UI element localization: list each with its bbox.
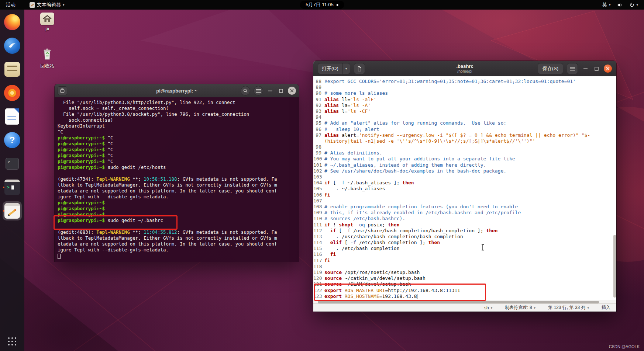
terminal-line: (gedit:4734): Tepl-WARNING **: 10:58:51.… [58,176,296,182]
minimize-button[interactable] [266,87,274,94]
code-line[interactable]: 99# Alias definitions. [313,150,616,156]
code-line[interactable]: 108# enable programmable completion feat… [313,204,616,210]
app-menu[interactable]: 文本编辑器 ▾ [27,0,67,10]
terminal-line: pi@raspberrypi:~$ ^C [58,135,296,141]
open-button[interactable]: 打开(O) ▾ [318,63,350,74]
close-icon [290,89,294,93]
terminal-line: pi@raspberrypi:~$ ^C [58,159,296,164]
volume-button[interactable] [615,0,625,10]
cursor-position-dropdown[interactable]: 第 123 行, 第 33 列▾ [548,305,589,311]
dock-item-text-editor[interactable] [3,201,22,220]
chevron-down-icon: ▾ [636,3,638,7]
dock-item-libreoffice[interactable] [3,107,22,126]
chevron-down-icon: ▾ [534,306,536,310]
watermark: CSDN @AGOLK [609,344,640,349]
code-line[interactable]: 107 [313,198,616,204]
menu-button[interactable] [254,86,263,95]
code-line[interactable]: 103 [313,174,616,180]
libreoffice-icon [5,108,19,125]
desktop-icon-trash[interactable]: 回收站 [35,48,60,69]
maximize-button[interactable] [277,87,285,94]
terminal-line: pi@raspberrypi:~$ [58,200,296,206]
code-line[interactable]: 88#export GCC_COLORS='error=01;31:warnin… [313,79,616,84]
terminal-line: pi@raspberrypi:~$ sudo gedit /etc/hosts [58,164,296,170]
code-line[interactable]: 112 if [ -f /usr/share/bash-completion/b… [313,228,616,234]
code-line[interactable]: 91alias ll='ls -alF' [313,97,616,102]
code-line[interactable]: 113 . /usr/share/bash-completion/bash_co… [313,234,616,240]
activities-button[interactable]: 活动 [4,0,18,10]
desktop-icon-label: pi [45,26,49,31]
dock-item-media-player[interactable] [3,83,22,102]
tab-width-dropdown[interactable]: 制表符宽度: 8▾ [505,305,535,311]
dock-item-help[interactable] [3,131,22,150]
code-line[interactable]: 94 [313,114,616,120]
show-apps-button[interactable] [3,333,22,350]
terminal-line: sock.connect(sa) [58,117,296,123]
code-line[interactable]: 96# sleep 10; alert [313,126,616,132]
code-line[interactable]: 92alias la='ls -A' [313,102,616,108]
vertical-scrollbar[interactable] [613,76,616,300]
code-line[interactable]: 97alias alert='notify-send --urgency=low… [313,132,616,138]
power-button[interactable]: ▾ [627,0,640,10]
open-dropdown-button[interactable]: ▾ [342,67,350,70]
code-line[interactable]: 100# You may want to put all your additi… [313,156,616,162]
chevron-down-icon: ▾ [491,306,493,310]
code-line[interactable]: 115 . /etc/bash_completion [313,246,616,251]
code-line[interactable]: 104if [ -f ~/.bash_aliases ]; then [313,180,616,186]
help-icon [4,132,20,148]
code-line[interactable]: 119source /opt/ros/noetic/setup.bash [313,270,616,275]
code-line[interactable]: 110# sources /etc/bash.bashrc). [313,216,616,222]
language-mode-dropdown[interactable]: sh▾ [484,305,492,310]
dock-item-thunderbird[interactable] [3,36,22,55]
code-line[interactable]: 101# ~/.bash_aliases, instead of adding … [313,162,616,168]
code-line[interactable]: 102# See /usr/share/doc/bash-doc/example… [313,168,616,174]
dock-item-files[interactable] [3,60,22,79]
terminal-line [58,253,296,259]
close-button[interactable] [288,87,296,95]
code-line[interactable]: 105 . ~/.bash_aliases [313,186,616,192]
search-button[interactable] [241,86,250,95]
code-line[interactable]: 117fi [313,258,616,264]
code-line[interactable]: 114 elif [ -f /etc/bash_completion ]; th… [313,240,616,246]
scrollbar-thumb[interactable] [613,235,616,298]
new-tab-icon [60,88,65,93]
document-title: .bashrc [456,64,473,69]
files-icon [4,62,20,77]
scrollbar-thumb[interactable] [318,301,599,303]
open-button-label: 打开(O) [318,65,342,72]
new-document-icon [357,66,362,72]
maximize-button[interactable] [593,65,600,72]
terminal-titlebar[interactable]: pi@raspberrypi: ~ [55,84,299,97]
annotation-terminal-command [54,215,178,230]
code-line[interactable]: 111if ! shopt -oq posix; then [313,222,616,228]
minimize-button[interactable] [582,65,589,72]
save-button[interactable]: 保存(S) [538,63,563,74]
close-icon [606,67,610,70]
code-line[interactable]: 90# some more ls aliases [313,90,616,96]
code-line[interactable]: 118 [313,264,616,270]
gedit-titlebar[interactable]: 打开(O) ▾ .bashrc /home/pi 保存(S) [313,61,616,76]
new-document-button[interactable] [354,63,365,74]
gedit-code[interactable]: 88#export GCC_COLORS='error=01;31:warnin… [313,79,616,299]
code-line[interactable]: 109# this, if it's already enabled in /e… [313,210,616,216]
clock-button[interactable]: 5月7日 11:05 [300,1,344,9]
menu-button[interactable] [567,63,578,74]
close-button[interactable] [604,65,612,73]
terminal-line: pi@raspberrypi:~$ [58,206,296,212]
code-line[interactable]: 106fi [313,192,616,198]
terminal-line: File "/usr/lib/python3.8/socket.py", lin… [58,111,296,117]
code-line[interactable]: 95# Add an "alert" alias for long runnin… [313,120,616,126]
code-line[interactable]: (history|tail -n1|sed -e '\''s/^\s*[0-9]… [313,138,616,144]
dock-item-terminal[interactable]: > [3,178,22,197]
desktop-icon-home[interactable]: pi [35,13,60,31]
code-line[interactable]: 89 [313,84,616,90]
dock-item-terminal-alt[interactable] [3,154,22,173]
code-line[interactable]: 93alias l='ls -CF' [313,108,616,114]
input-language-button[interactable]: 英 ▾ [600,0,613,10]
code-line[interactable]: 120source ~/catkin_ws/devel/setup.bash [313,275,616,281]
code-line[interactable]: 98 [313,144,616,150]
code-line[interactable]: 116 fi [313,251,616,257]
new-tab-button[interactable] [58,86,67,95]
terminal-output[interactable]: File "/usr/lib/python3.8/http/client.py"… [55,97,299,262]
dock-item-firefox[interactable] [3,13,22,32]
